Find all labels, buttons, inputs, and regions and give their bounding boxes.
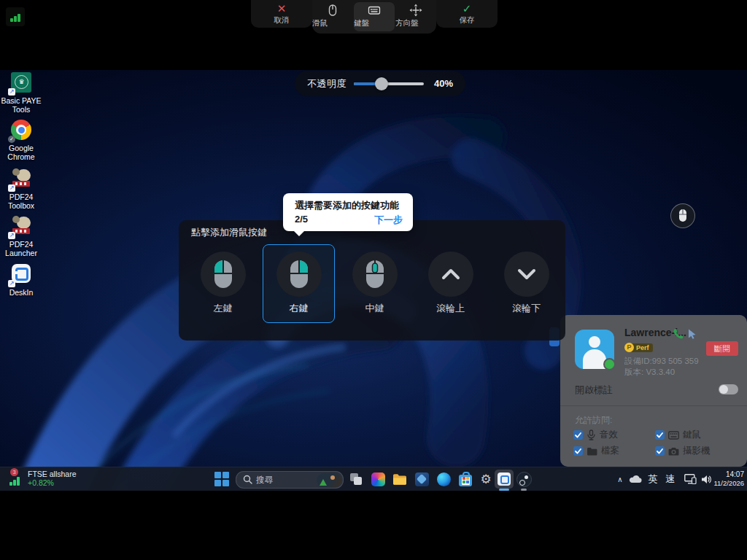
checkbox-checked[interactable] xyxy=(655,446,665,456)
permission-files[interactable]: 檔案 xyxy=(573,445,619,457)
blue-app-icon[interactable] xyxy=(413,471,430,487)
online-status-dot xyxy=(603,358,616,370)
basic-paye-tools-icon: ♛ ↗ xyxy=(10,72,32,94)
annotation-toggle[interactable] xyxy=(719,384,738,394)
opacity-slider-thumb[interactable] xyxy=(375,77,388,90)
running-app-indicator xyxy=(521,489,527,491)
desktop-icon-label: DeskIn xyxy=(0,288,42,297)
dpad-tab[interactable]: 方向盤 xyxy=(395,0,436,34)
desktop-icon-basic-paye-tools[interactable]: ♛ ↗ Basic PAYE Tools xyxy=(0,71,42,114)
next-step-link[interactable]: 下一步 xyxy=(374,214,403,227)
search-placeholder: 搜尋 xyxy=(256,475,273,486)
mouse-key-label: 左鍵 xyxy=(187,302,258,315)
mouse-right-icon xyxy=(276,252,322,297)
desktop-icon-label: PDF24 Toolbox xyxy=(0,192,42,210)
clock[interactable]: 14:07 11/2/2026 xyxy=(709,470,744,488)
permission-audio[interactable]: 音效 xyxy=(573,429,618,441)
mouse-tab[interactable]: 滑鼠 xyxy=(312,0,353,34)
copilot-icon[interactable] xyxy=(369,471,387,487)
input-language-indicator[interactable]: 英 xyxy=(645,467,661,491)
permission-label: 音效 xyxy=(600,429,618,441)
search-icon xyxy=(243,475,252,484)
network-stats-icon[interactable] xyxy=(6,7,25,26)
desktop-icon-label: Google Chrome xyxy=(0,144,42,161)
tutorial-step-counter: 2/5 xyxy=(295,214,308,227)
checkbox-checked[interactable] xyxy=(655,430,665,440)
windows-taskbar: 3 FTSE allshare +0.82% 搜尋 xyxy=(0,467,747,491)
mouse-key-wheel-up[interactable]: 滾輪上 xyxy=(414,244,487,323)
dpad-tab-label: 方向盤 xyxy=(395,18,436,28)
date: 11/2/2026 xyxy=(709,479,744,488)
notification-badge: 3 xyxy=(10,468,18,476)
search-highlight-image[interactable] xyxy=(317,473,341,487)
device-id: 設備ID:993 505 359 xyxy=(624,356,699,367)
camera-icon xyxy=(668,447,679,456)
tutorial-tooltip: 選擇需要添加的按鍵功能 2/5 下一步 xyxy=(283,193,413,231)
keyboard-mouse-icon xyxy=(668,431,679,440)
search-box[interactable]: 搜尋 xyxy=(236,471,344,489)
disconnect-button[interactable]: 斷開 xyxy=(706,341,738,356)
desktop-icon-pdf24-launcher[interactable]: ↗ PDF24 Launcher xyxy=(0,215,42,257)
desktop-icon-google-chrome[interactable]: ✓ Google Chrome xyxy=(0,119,42,161)
save-button[interactable]: ✓ 保存 xyxy=(436,0,498,28)
desktop-icon-deskin[interactable]: ↗ DeskIn xyxy=(0,262,42,297)
mouse-icon xyxy=(678,209,688,223)
tutorial-title: 選擇需要添加的按鍵功能 xyxy=(295,199,399,212)
shortcut-arrow-icon: ↗ xyxy=(8,280,15,287)
allow-access-label: 允許訪問: xyxy=(575,414,612,427)
microsoft-store-icon[interactable] xyxy=(457,471,474,487)
pdf24-icon: ↗ xyxy=(10,168,32,190)
edge-browser-icon[interactable] xyxy=(435,471,452,487)
opacity-slider[interactable] xyxy=(354,82,424,85)
mouse-key-label: 滾輪上 xyxy=(415,302,486,315)
shortcut-arrow-icon: ↗ xyxy=(8,88,15,96)
mouse-key-left[interactable]: 左鍵 xyxy=(187,244,259,323)
shortcut-arrow-icon: ↗ xyxy=(8,232,15,239)
mouse-key-wheel-down[interactable]: 滾輪下 xyxy=(490,244,562,323)
divider xyxy=(560,405,747,406)
checkbox-checked[interactable] xyxy=(573,446,583,456)
pdf24-icon: ↗ xyxy=(10,216,32,238)
crown-icon: ♛ xyxy=(15,75,28,89)
cancel-x-icon: ✕ xyxy=(251,2,312,15)
cancel-button[interactable]: ✕ 取消 xyxy=(251,0,312,28)
wheel-up-icon xyxy=(428,252,473,297)
mouse-key-middle[interactable]: 中鍵 xyxy=(338,244,411,323)
mouse-panel-title: 點擊添加滑鼠按鍵 xyxy=(191,226,267,239)
mouse-key-right[interactable]: 右鍵 xyxy=(263,244,335,323)
cast-display-icon[interactable] xyxy=(681,467,699,491)
mouse-tab-label: 滑鼠 xyxy=(312,18,353,28)
perf-badge-label: Perf xyxy=(632,343,653,352)
onedrive-cloud-icon[interactable] xyxy=(627,467,643,491)
deskin-app-active[interactable] xyxy=(495,470,514,489)
mouse-key-label: 右鍵 xyxy=(263,302,334,315)
cancel-label: 取消 xyxy=(251,15,312,25)
permission-camera[interactable]: 攝影機 xyxy=(655,445,711,457)
mouse-icon xyxy=(326,4,339,17)
ime-indicator[interactable]: 速 xyxy=(662,467,678,491)
start-button[interactable] xyxy=(214,472,229,486)
save-check-icon: ✓ xyxy=(436,2,498,15)
folder-icon xyxy=(587,447,597,456)
active-app-indicator xyxy=(499,489,509,491)
checkbox-checked[interactable] xyxy=(573,430,583,440)
task-view-button[interactable] xyxy=(347,471,365,487)
opacity-value: 40% xyxy=(434,78,453,89)
dpad-move-icon xyxy=(409,4,422,17)
settings-gear-icon[interactable]: ⚙ xyxy=(477,471,495,487)
tray-overflow-chevron-icon[interactable]: ∧ xyxy=(613,467,627,491)
permission-label: 攝影機 xyxy=(683,445,711,457)
steam-icon[interactable] xyxy=(515,471,533,487)
widgets-button[interactable]: 3 FTSE allshare +0.82% xyxy=(6,469,77,488)
file-explorer-icon[interactable] xyxy=(391,471,409,487)
phone-icon[interactable] xyxy=(673,328,684,339)
mouse-key-label: 滾輪下 xyxy=(491,302,562,315)
keyboard-tab[interactable]: 鍵盤 xyxy=(354,2,395,31)
permission-keyboard-mouse[interactable]: 鍵鼠 xyxy=(655,429,701,441)
permission-label: 檔案 xyxy=(601,445,619,457)
deskin-icon: ↗ xyxy=(10,264,32,286)
floating-mouse-indicator[interactable] xyxy=(670,203,695,228)
keyboard-icon xyxy=(368,4,381,17)
microphone-icon xyxy=(587,429,596,440)
desktop-icon-pdf24-toolbox[interactable]: ↗ PDF24 Toolbox xyxy=(0,168,42,210)
